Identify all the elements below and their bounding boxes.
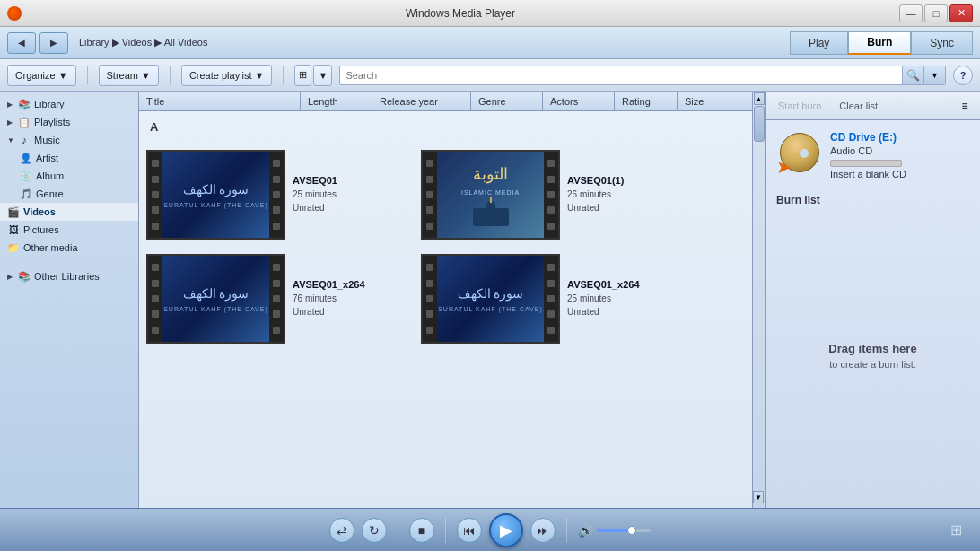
list-item[interactable]: سورة الكهف SURATUL KAHF (THE CAVE) AVSEQ… [146,254,407,344]
minimize-button[interactable]: — [899,4,923,22]
create-playlist-button[interactable]: Create playlist ▼ [181,65,273,86]
thumb-arabic-text: سورة الكهف [183,181,249,199]
tab-sync[interactable]: Sync [911,31,973,55]
sidebar-item-library[interactable]: ▶ 📚 Library [0,95,138,113]
film-strip-right [544,152,558,238]
repeat-button[interactable]: ↻ [362,518,387,543]
play-icon: ▶ [500,520,512,540]
volume-control[interactable]: 🔊 [578,523,651,538]
nav-forward-button[interactable]: ▶ [39,32,68,54]
film-strip-left [423,256,437,342]
film-hole [152,223,159,230]
thumb-background: سورة الكهف SURATUL KAHF (THE CAVE) [162,256,269,342]
col-size[interactable]: Size [678,92,731,110]
volume-slider-track[interactable] [597,529,651,532]
stop-button[interactable]: ■ [409,518,434,543]
sidebar-item-genre[interactable]: 🎵 Genre [0,185,138,203]
burn-drop-text: Drag items here [828,342,916,355]
tab-play[interactable]: Play [790,31,848,55]
film-hole [152,295,159,302]
sidebar-item-other-libraries[interactable]: ▶ 📚 Other Libraries [0,267,138,285]
shuffle-button[interactable]: ⇄ [329,518,354,543]
burn-toolbar: Start burn Clear list ≡ [766,92,980,120]
burn-content: ➤ CD Drive (E:) Audio CD Insert a blank … [766,120,980,508]
video-rating: Unrated [293,305,407,319]
video-rating: Unrated [293,201,407,214]
film-hole [547,223,555,230]
sidebar-item-album[interactable]: 💿 Album [0,167,138,185]
film-strip-left [148,152,162,238]
scrollbar[interactable]: ▲ ▼ [752,92,765,508]
sidebar-item-label: Other Libraries [34,271,100,282]
film-hole [426,310,433,318]
next-button[interactable]: ⏭ [530,518,556,543]
organize-chevron-icon: ▼ [58,70,68,81]
col-length[interactable]: Length [301,92,372,110]
sidebar-item-label: Other media [23,242,78,253]
search-dropdown-icon[interactable]: ▼ [923,66,945,84]
close-button[interactable]: ✕ [949,4,973,22]
burn-options-icon[interactable]: ≡ [957,98,973,114]
thumb-inner: سورة الكهف SURATUL KAHF (THE CAVE) [162,152,269,238]
search-input[interactable] [340,70,902,81]
nav-back-button[interactable]: ◀ [7,32,36,54]
sidebar-item-pictures[interactable]: 🖼 Pictures [0,221,138,239]
video-thumbnail: سورة الكهف SURATUL KAHF (THE CAVE) [146,254,285,344]
thumb-arabic-text: سورة الكهف [183,285,249,303]
sidebar-item-playlists[interactable]: ▶ 📋 Playlists [0,113,138,131]
stop-icon: ■ [418,523,425,538]
sidebar-item-videos[interactable]: 🎬 Videos [0,203,138,221]
artist-icon: 👤 [20,152,32,164]
film-strip-left [423,152,437,238]
scrollbar-thumb[interactable] [754,106,765,142]
tab-burn[interactable]: Burn [848,31,911,55]
col-genre[interactable]: Genre [471,92,543,110]
view-options-button[interactable]: ⊞ [294,65,311,86]
clear-list-button[interactable]: Clear list [834,99,883,113]
video-title: AVSEQ01(1) [567,175,681,186]
col-actors[interactable]: Actors [543,92,615,110]
playback-bar: ⇄ ↻ ■ ⏮ ▶ ⏭ 🔊 ⊞ [0,508,980,551]
burn-drop-zone[interactable]: Drag items here to create a burn list. [776,214,969,497]
film-hole [547,160,555,167]
play-button[interactable]: ▶ [489,513,523,547]
thumb-subtitle-text: SURATUL KAHF (THE CAVE) [163,306,268,312]
prev-button[interactable]: ⏮ [457,518,482,543]
grid-view-button[interactable]: ⊞ [946,520,966,540]
toolbar: Organize ▼ Stream ▼ Create playlist ▼ ⊞ … [0,59,980,92]
playlists-icon: 📋 [18,116,31,128]
start-burn-button[interactable]: Start burn [773,99,827,113]
list-item[interactable]: سورة الكهف SURATUL KAHF (THE CAVE) AVSEQ… [421,254,681,344]
film-hole [273,327,280,334]
cd-insert-text: Insert a blank CD [830,169,969,179]
film-hole [273,206,280,214]
film-hole [152,191,159,198]
col-title[interactable]: Title [139,92,301,110]
sidebar-item-music[interactable]: ▼ ♪ Music [0,131,138,149]
film-hole [273,191,280,198]
sidebar-item-artist[interactable]: 👤 Artist [0,149,138,167]
stream-label: Stream [107,70,138,81]
search-icon[interactable]: 🔍 [902,66,923,84]
film-hole [426,327,433,334]
film-hole [152,264,159,271]
help-button[interactable]: ? [953,66,973,85]
maximize-button[interactable]: □ [924,4,948,22]
sidebar-item-label: Music [34,135,60,145]
sidebar-item-label: Artist [36,153,58,163]
expand-icon: ▶ [7,118,14,127]
list-item[interactable]: التوبة ISLAMIC MEDIA [421,150,681,240]
col-release-year[interactable]: Release year [372,92,471,110]
organize-button[interactable]: Organize ▼ [7,65,76,86]
playback-separator-1 [398,518,398,543]
prev-icon: ⏮ [463,523,476,538]
list-item[interactable]: سورة الكهف SURATUL KAHF (THE CAVE) AVSEQ… [146,150,407,240]
view-dropdown-button[interactable]: ▼ [313,65,332,86]
expand-icon: ▶ [7,273,14,281]
film-hole [547,310,555,318]
sidebar-item-other-media[interactable]: 📁 Other media [0,239,138,257]
film-hole [426,191,433,198]
volume-slider-thumb[interactable] [627,526,636,535]
col-rating[interactable]: Rating [615,92,678,110]
stream-button[interactable]: Stream ▼ [99,65,159,86]
